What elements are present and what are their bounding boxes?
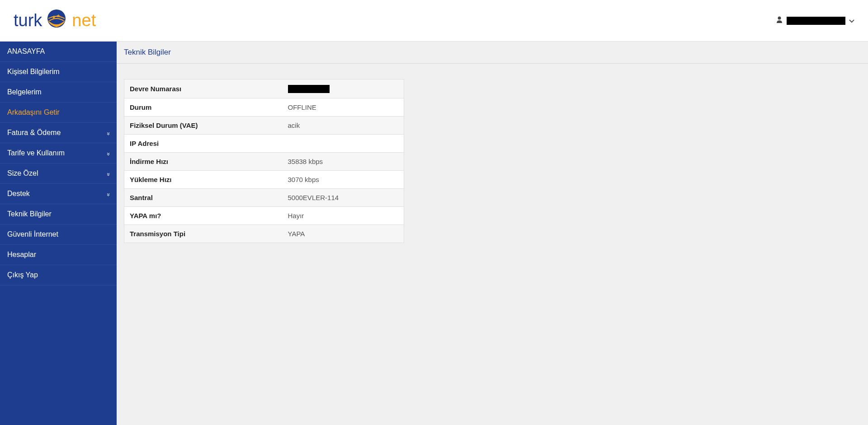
table-row: Transmisyon TipiYAPA (124, 225, 404, 243)
sidebar-item--k-yap[interactable]: Çıkış Yap (0, 265, 117, 285)
logo[interactable]: turk net (14, 7, 96, 34)
main: Teknik Bilgiler Devre NumarasıDurumOFFLI… (117, 42, 868, 425)
sidebar-item-g-venli-i-nternet[interactable]: Güvenli İnternet (0, 224, 117, 245)
sidebar-item-label: Destek (7, 190, 30, 198)
row-label: IP Adresi (124, 135, 283, 153)
globe-icon (43, 7, 70, 34)
sidebar-item-label: Çıkış Yap (7, 271, 38, 279)
table-row: Santral5000EVLER-114 (124, 189, 404, 207)
layout: ANASAYFAKişisel BilgilerimBelgelerimArka… (0, 42, 868, 425)
row-label: Yükleme Hızı (124, 171, 283, 189)
content: Devre NumarasıDurumOFFLINEFiziksel Durum… (117, 64, 868, 250)
sidebar-item-label: Hesaplar (7, 251, 36, 259)
tech-info-table: Devre NumarasıDurumOFFLINEFiziksel Durum… (124, 79, 404, 243)
row-value: 5000EVLER-114 (283, 189, 404, 207)
sidebar-item-fatura-deme[interactable]: Fatura & Ödeme» (0, 123, 117, 143)
chevron-down-icon (849, 17, 854, 24)
table-row: IP Adresi (124, 135, 404, 153)
sidebar-item-label: ANASAYFA (7, 47, 45, 56)
sidebar-item-size-zel[interactable]: Size Özel» (0, 163, 117, 184)
row-label: Devre Numarası (124, 79, 283, 98)
table-row: İndirme Hızı35838 kbps (124, 153, 404, 171)
user-menu[interactable] (776, 16, 854, 25)
sidebar-item-destek[interactable]: Destek» (0, 184, 117, 204)
row-label: YAPA mı? (124, 207, 283, 225)
chevrons-down-icon: » (105, 152, 112, 154)
row-value: Hayır (283, 207, 404, 225)
header: turk net (0, 0, 868, 42)
row-label: Fiziksel Durum (VAE) (124, 117, 283, 135)
sidebar: ANASAYFAKişisel BilgilerimBelgelerimArka… (0, 42, 117, 425)
table-row: Fiziksel Durum (VAE)acik (124, 117, 404, 135)
table-row: YAPA mı?Hayır (124, 207, 404, 225)
sidebar-item-label: Güvenli İnternet (7, 230, 58, 238)
row-label: Durum (124, 98, 283, 117)
row-value (283, 79, 404, 98)
user-icon (776, 16, 783, 25)
svg-point-3 (778, 17, 781, 20)
table-row: Yükleme Hızı3070 kbps (124, 171, 404, 189)
user-name-redacted (787, 17, 845, 25)
logo-text-turk: turk (14, 11, 42, 30)
table-row: DurumOFFLINE (124, 98, 404, 117)
row-value: YAPA (283, 225, 404, 243)
row-value: 3070 kbps (283, 171, 404, 189)
row-label: Santral (124, 189, 283, 207)
sidebar-item-tarife-ve-kullan-m[interactable]: Tarife ve Kullanım» (0, 143, 117, 163)
sidebar-item-label: Teknik Bilgiler (7, 210, 52, 218)
sidebar-item-label: Fatura & Ödeme (7, 129, 61, 137)
sidebar-item-label: Tarife ve Kullanım (7, 149, 65, 157)
row-value (283, 135, 404, 153)
redacted-value (288, 85, 330, 93)
sidebar-item-teknik-bilgiler[interactable]: Teknik Bilgiler (0, 204, 117, 224)
chevrons-down-icon: » (105, 173, 112, 174)
chevrons-down-icon: » (105, 132, 112, 134)
sidebar-item-anasayfa[interactable]: ANASAYFA (0, 42, 117, 62)
sidebar-item-label: Kişisel Bilgilerim (7, 68, 60, 76)
row-value: acik (283, 117, 404, 135)
sidebar-item-hesaplar[interactable]: Hesaplar (0, 245, 117, 265)
sidebar-item-belgelerim[interactable]: Belgelerim (0, 82, 117, 103)
logo-text-net: net (72, 11, 96, 30)
row-label: Transmisyon Tipi (124, 225, 283, 243)
sidebar-item-label: Belgelerim (7, 88, 42, 96)
sidebar-item-arkada-n-getir[interactable]: Arkadaşını Getir (0, 103, 117, 123)
row-value: 35838 kbps (283, 153, 404, 171)
row-label: İndirme Hızı (124, 153, 283, 171)
breadcrumb: Teknik Bilgiler (117, 42, 868, 64)
sidebar-item-label: Arkadaşını Getir (7, 108, 60, 117)
sidebar-item-ki-isel-bilgilerim[interactable]: Kişisel Bilgilerim (0, 62, 117, 82)
sidebar-item-label: Size Özel (7, 169, 38, 177)
chevrons-down-icon: » (105, 193, 112, 195)
table-row: Devre Numarası (124, 79, 404, 98)
page-title: Teknik Bilgiler (124, 48, 171, 56)
row-value: OFFLINE (283, 98, 404, 117)
